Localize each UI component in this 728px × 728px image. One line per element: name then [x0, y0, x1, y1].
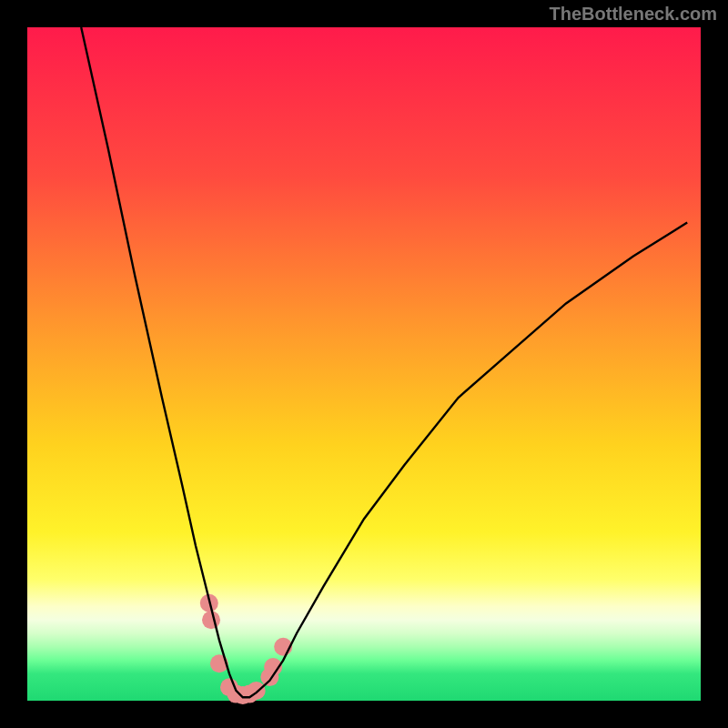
- bottleneck-chart: [0, 0, 728, 728]
- curve-marker: [202, 611, 220, 629]
- plot-background: [27, 27, 701, 701]
- watermark-text: TheBottleneck.com: [550, 4, 717, 25]
